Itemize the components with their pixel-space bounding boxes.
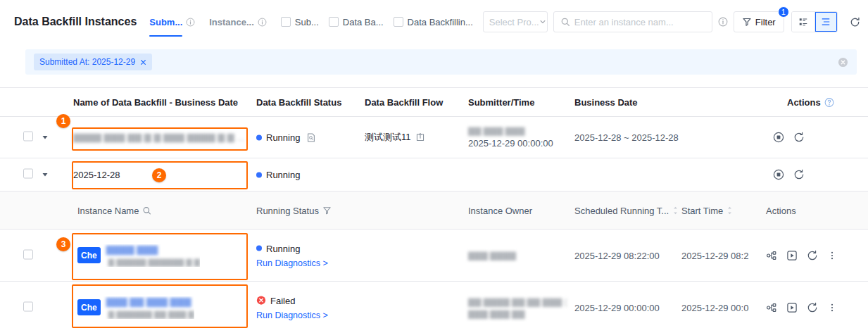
col-header-instance-owner: Instance Owner [468,205,532,215]
running-status-dot [256,134,262,140]
sort-icon[interactable] [727,206,733,215]
info-icon[interactable] [258,18,267,27]
toolbar: Data Backfill Instances Subm... Instance… [0,0,868,44]
filter-tag-submitted-at[interactable]: Submitted At: 2025-12-29 [34,54,152,70]
view-tabs: Subm... Instance... [149,0,281,44]
instance-name-link-redacted[interactable]: ▇▇▇ ▇▇ ▇▇▇ ▇▇▇ [106,296,191,307]
list-icon [821,17,831,27]
col-header-instance-name: Instance Name [77,205,151,215]
col-header-flow: Data Backfill Flow [365,97,443,108]
submit-time: 2025-12-29 00:00:00 [468,138,553,149]
view-mode-list-button[interactable] [814,12,837,32]
instance-search[interactable] [553,11,712,32]
more-actions-icon[interactable] [827,303,837,313]
running-status-dot [256,246,262,251]
info-icon[interactable] [718,17,728,27]
rerun-backfill-icon[interactable] [793,132,805,143]
tab-instance-label: Instance... [209,17,254,27]
instance-name-link-redacted[interactable]: ▇▇▇▇ ▇▇▇ [106,244,158,255]
instance-subtitle-redacted: ▇ ▇▇▇▇▇ ▇▇▇▇▇▇ ▇ ▇ [108,258,201,267]
applied-filters-bar: Submitted At: 2025-12-29 [25,49,857,75]
run-diagnostics-link[interactable]: Run Diagnostics > [256,258,328,268]
col-header-submitter: Submitter/Time [468,97,534,108]
data-backfill-instances-page: Data Backfill Instances Subm... Instance… [0,0,868,333]
run-log-icon[interactable] [786,250,798,261]
checkbox-data-backfill[interactable]: Data Ba... [329,17,384,27]
filter-funnel-icon[interactable] [322,206,332,215]
submitter-redacted: ▇▇ ▇▇▇ ▇▇▇ [468,126,525,136]
row-checkbox[interactable] [23,249,33,259]
start-time: 2025-12-29 00:0 [681,302,748,313]
checkbox-box[interactable] [329,17,339,27]
col-header-start-time[interactable]: Start Time [681,205,733,215]
running-status-header-label: Running Status [256,205,319,215]
filter-label: Filter [755,17,776,27]
more-actions-icon[interactable] [827,251,837,260]
scheduled-time-header-label: Scheduled Running T... [574,205,669,215]
refresh-button[interactable] [845,11,866,32]
page-title: Data Backfill Instances [14,15,137,28]
run-log-icon[interactable] [786,302,798,313]
checkbox-data-backfilling[interactable]: Data Backfillin... [394,17,473,27]
collapse-caret-icon[interactable] [42,134,49,141]
dag-view-icon[interactable] [766,250,777,261]
instance-owner-redacted: ▇▇▇ ▇▇▇▇ [468,251,516,260]
backfill-name-redacted[interactable]: ▇▇▇▇ ▇▇▇ ▇▇ ▇ ▇ ▇▇▇ ▇▇▇▇ ▇ ▇ ... [73,132,244,143]
search-icon [560,17,570,27]
row-checkbox[interactable] [23,301,33,311]
col-header-business-date: Business Date [574,97,638,108]
instance-subtitle-redacted: ▇ ▇▇▇▇▇▇ ▇▇ ▇▇▇ ▇ [108,310,194,319]
actions-header-label: Actions [787,97,821,108]
node-type-badge: Che [77,247,101,263]
instance-row-1: Che ▇▇▇▇ ▇▇▇ ▇ ▇▇▇▇▇ ▇▇▇▇▇▇ ▇ ▇ Running … [0,230,868,282]
funnel-icon [742,17,752,27]
backfill-status-label: Running [266,132,300,143]
tab-submitted-at[interactable]: Subm... [149,0,195,44]
info-icon[interactable] [186,18,195,27]
filter-button[interactable]: Filter 1 [734,11,784,32]
search-input[interactable] [574,17,705,27]
run-diagnostics-link[interactable]: Run Diagnostics > [256,310,328,320]
checkbox-data-backfilling-label: Data Backfillin... [408,17,473,27]
stop-backfill-icon[interactable] [773,169,784,180]
view-mode-toggle [791,11,838,32]
checkbox-submitted[interactable]: Sub... [281,17,319,27]
stop-backfill-icon[interactable] [773,132,784,143]
rerun-backfill-icon[interactable] [793,169,805,180]
instance-status-label: Running [266,243,300,253]
row-checkbox[interactable] [23,169,33,179]
remove-filter-icon[interactable] [140,59,146,65]
checkbox-data-backfill-label: Data Ba... [343,17,384,27]
business-date: 2025-12-28 ~ 2025-12-28 [574,132,679,143]
detail-list-icon [798,17,808,27]
failed-status-icon [256,296,266,306]
open-flow-icon[interactable] [415,132,425,142]
backfill-flow-name[interactable]: 测试测试11 [365,131,411,144]
project-select[interactable]: Select Pro... [483,11,548,32]
backfill-row-2: 2025-12-28 Running [0,158,868,191]
scheduled-running-time: 2025-12-29 08:22:00 [574,250,660,260]
view-mode-detail-button[interactable] [792,12,814,32]
rerun-instance-icon[interactable] [807,302,818,313]
checkbox-box[interactable] [281,17,291,27]
rerun-instance-icon[interactable] [807,250,818,261]
start-time: 2025-12-29 08:2 [681,250,748,260]
sort-icon[interactable] [672,206,679,215]
business-date-group-label[interactable]: 2025-12-28 [73,170,120,180]
diagnose-icon[interactable] [306,132,316,142]
clear-all-filters-icon[interactable] [838,57,848,68]
backfill-table: Name of Data Backfill - Business Date Da… [0,87,868,333]
dag-view-icon[interactable] [766,302,777,313]
help-icon[interactable] [824,97,834,107]
checkbox-box[interactable] [394,17,403,27]
row-checkbox[interactable] [23,132,33,142]
running-status-dot [256,172,262,177]
col-header-scheduled-time[interactable]: Scheduled Running T... [574,205,679,215]
search-icon[interactable] [142,206,151,215]
checkbox-submitted-label: Sub... [295,17,319,27]
collapse-caret-icon[interactable] [42,171,49,178]
instance-row-2: Che ▇▇▇ ▇▇ ▇▇▇ ▇▇▇ ▇ ▇▇▇▇▇▇ ▇▇ ▇▇▇ ▇ Fai… [0,282,868,333]
node-type-badge: Che [77,299,101,315]
tab-instance[interactable]: Instance... [209,0,267,44]
tab-submitted-label: Subm... [149,17,182,27]
